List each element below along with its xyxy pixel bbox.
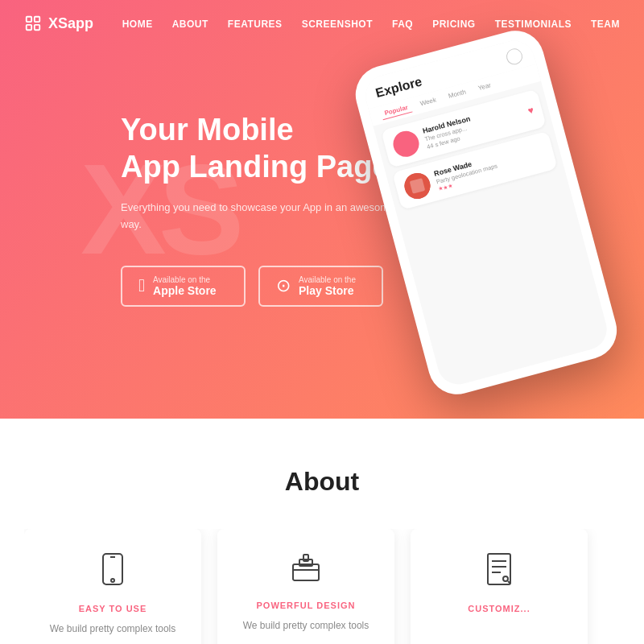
avatar-harold bbox=[390, 128, 422, 159]
about-cards: EASY TO USE We build pretty complex tool… bbox=[24, 529, 620, 644]
nav-links: HOME ABOUT FEATURES SCREENSHOT FAQ PRICI… bbox=[122, 16, 620, 31]
heart-icon-harold[interactable]: ♥ bbox=[526, 105, 535, 117]
about-title: About bbox=[24, 467, 620, 497]
svg-rect-6 bbox=[103, 554, 122, 584]
phone-tab-year[interactable]: Year bbox=[473, 79, 495, 95]
nav-testimonials[interactable]: TESTIMONIALS bbox=[495, 19, 572, 30]
svg-rect-3 bbox=[35, 25, 39, 30]
hero-buttons:  Available on the Apple Store ⊙ Availab… bbox=[121, 266, 402, 307]
hero-subtitle: Everything you need to showcase your App… bbox=[121, 200, 402, 233]
card-desc-powerful: We build pretty complex tools bbox=[243, 618, 369, 634]
apple-btn-text: Available on the Apple Store bbox=[153, 275, 217, 297]
card-desc-easy: We build pretty complex tools bbox=[50, 621, 176, 637]
hero-section: XS Your Mobile App Landing Page Everythi… bbox=[0, 0, 644, 419]
nav-screenshot[interactable]: SCREENSHOT bbox=[302, 19, 373, 30]
nav-about[interactable]: ABOUT bbox=[172, 19, 208, 30]
svg-rect-2 bbox=[27, 25, 31, 30]
phone-search-icon[interactable] bbox=[505, 47, 524, 66]
android-icon: ⊙ bbox=[276, 275, 291, 296]
card-title-customize: CUSTOMIZ... bbox=[468, 604, 530, 613]
svg-rect-0 bbox=[27, 17, 31, 22]
card-title-easy: EASY TO USE bbox=[79, 604, 147, 613]
phone-outer: Explore Popular Week Month Year Harold N… bbox=[349, 24, 624, 401]
card-title-powerful: POWERFUL DESIGN bbox=[257, 601, 356, 610]
svg-point-17 bbox=[503, 576, 508, 581]
about-section: About EASY TO USE We build pretty comple… bbox=[0, 419, 644, 644]
svg-rect-1 bbox=[35, 17, 39, 22]
nav-faq[interactable]: FAQ bbox=[392, 19, 413, 30]
play-store-button[interactable]: ⊙ Available on the Play Store bbox=[258, 266, 383, 307]
logo[interactable]: XSapp bbox=[24, 14, 93, 32]
nav-home[interactable]: HOME bbox=[122, 19, 153, 30]
phone-screen: Explore Popular Week Month Year Harold N… bbox=[361, 36, 611, 389]
phone-mockup: Explore Popular Week Month Year Harold N… bbox=[349, 3, 644, 419]
about-card-customize: CUSTOMIZ... bbox=[411, 529, 588, 644]
nav-features[interactable]: FEATURES bbox=[228, 19, 283, 30]
design-icon bbox=[291, 553, 320, 588]
play-btn-text: Available on the Play Store bbox=[299, 275, 356, 297]
about-card-powerful: POWERFUL DESIGN We build pretty complex … bbox=[217, 529, 394, 644]
about-card-easy: EASY TO USE We build pretty complex tool… bbox=[24, 529, 201, 644]
apple-icon:  bbox=[138, 275, 145, 296]
nav-team[interactable]: TEAM bbox=[591, 19, 620, 30]
hero-content: Your Mobile App Landing Page Everything … bbox=[0, 112, 402, 307]
avatar-rose bbox=[402, 170, 433, 201]
navigation: XSapp HOME ABOUT FEATURES SCREENSHOT FAQ… bbox=[0, 0, 644, 47]
apple-store-button[interactable]:  Available on the Apple Store bbox=[121, 266, 246, 307]
svg-point-8 bbox=[111, 579, 114, 582]
hero-title: Your Mobile App Landing Page bbox=[121, 112, 402, 185]
mobile-icon bbox=[100, 553, 126, 591]
nav-pricing[interactable]: PRICING bbox=[432, 19, 476, 30]
customize-icon bbox=[486, 553, 512, 591]
